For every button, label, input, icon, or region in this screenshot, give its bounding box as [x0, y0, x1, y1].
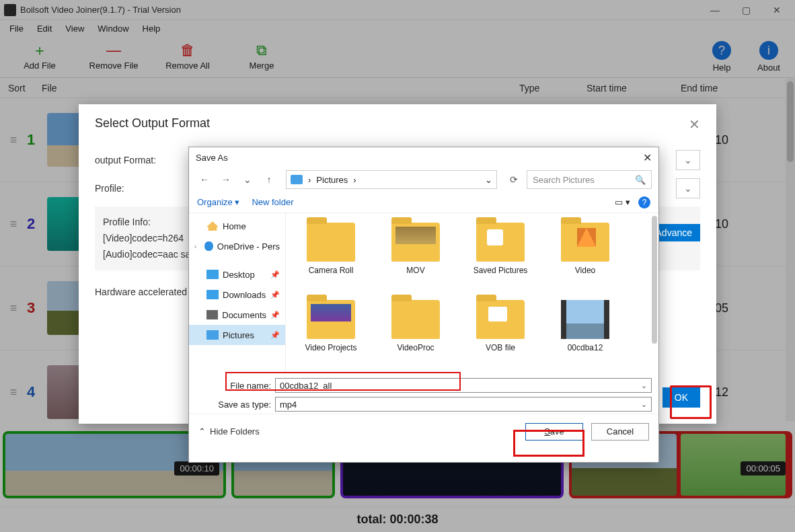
tree-home[interactable]: Home	[189, 216, 285, 236]
hide-folders-toggle[interactable]: ⌃Hide Folders	[198, 426, 260, 436]
pin-icon: 📌	[270, 270, 280, 279]
search-icon: 🔍	[635, 175, 646, 185]
tree-pictures[interactable]: Pictures📌	[189, 325, 285, 345]
folder-icon	[476, 223, 525, 262]
nav-up-button[interactable]: ↑	[260, 171, 278, 188]
folder-icon	[307, 223, 355, 262]
pin-icon: 📌	[270, 291, 280, 299]
saveas-close-button[interactable]: ✕	[643, 151, 652, 164]
saveastype-label: Save as type:	[196, 400, 275, 410]
help-icon[interactable]: ?	[638, 196, 650, 208]
home-icon	[206, 221, 219, 231]
tree-onedrive[interactable]: ›OneDrive - Pers	[189, 236, 285, 256]
nav-back-button[interactable]: ←	[196, 171, 213, 188]
view-mode-button[interactable]: ▭ ▾	[615, 197, 630, 207]
refresh-button[interactable]: ⟳	[505, 171, 523, 188]
folder-item[interactable]: Video	[543, 219, 628, 296]
pin-icon: 📌	[270, 331, 280, 340]
chevron-up-icon: ⌃	[198, 426, 206, 436]
folder-icon	[307, 300, 355, 339]
search-placeholder: Search Pictures	[533, 175, 595, 185]
files-scrollbar[interactable]	[652, 216, 657, 371]
file-item[interactable]: 00cdba12	[543, 296, 628, 373]
saveas-title: Save As	[196, 153, 228, 163]
folder-icon	[391, 223, 440, 262]
tree-documents[interactable]: Documents📌	[189, 305, 285, 325]
nav-recent-button[interactable]: ⌄	[239, 171, 256, 188]
tree-desktop[interactable]: Desktop📌	[189, 264, 285, 284]
folder-icon	[476, 300, 525, 339]
nav-forward-button[interactable]: →	[217, 171, 235, 188]
folder-icon	[561, 223, 609, 262]
dialog-close-button[interactable]: ✕	[689, 116, 700, 132]
nav-tree: Home ›OneDrive - Pers Desktop📌 Downloads…	[189, 213, 286, 373]
search-input[interactable]: Search Pictures 🔍	[527, 170, 652, 189]
folder-item[interactable]: MOV	[373, 219, 458, 296]
folder-item[interactable]: VideoProc	[373, 296, 458, 373]
folder-item[interactable]: Saved Pictures	[458, 219, 543, 296]
dialog-title: Select Output Format	[95, 116, 210, 132]
output-format-label: output Format:	[95, 155, 169, 165]
profile-dropdown[interactable]: ⌄	[676, 178, 700, 198]
folder-item[interactable]: Camera Roll	[289, 219, 373, 296]
chevron-down-icon[interactable]: ⌄	[641, 400, 647, 409]
saveastype-select[interactable]: mp4⌄	[275, 397, 652, 412]
pin-icon: 📌	[270, 311, 280, 319]
documents-icon	[206, 310, 219, 319]
save-button[interactable]: Save	[525, 423, 583, 441]
filename-input[interactable]: 00cdba12_all⌄	[275, 378, 652, 393]
filename-label: File name:	[196, 381, 275, 391]
chevron-down-icon[interactable]: ⌄	[641, 381, 647, 390]
ok-button[interactable]: OK	[662, 387, 700, 408]
video-thumb-icon	[561, 300, 609, 339]
crumb-drop[interactable]: ⌄	[485, 175, 492, 185]
organize-menu[interactable]: Organize ▾	[197, 197, 239, 207]
tree-downloads[interactable]: Downloads📌	[189, 284, 285, 305]
new-folder-button[interactable]: New folder	[252, 197, 293, 207]
folder-icon	[391, 300, 440, 339]
pictures-icon	[206, 330, 219, 340]
crumb-label: Pictures	[316, 175, 348, 185]
cancel-button[interactable]: Cancel	[591, 423, 649, 441]
downloads-icon	[206, 290, 219, 299]
profile-label: Profile:	[95, 183, 169, 194]
output-format-dropdown[interactable]: ⌄	[676, 150, 700, 170]
folder-item[interactable]: Video Projects	[289, 296, 373, 373]
folder-item[interactable]: VOB file	[458, 296, 543, 373]
desktop-icon	[206, 270, 219, 279]
save-as-dialog: Save As ✕ ← → ⌄ ↑ › Pictures › ⌄ ⟳ Searc…	[188, 147, 659, 463]
pictures-icon	[291, 175, 303, 184]
onedrive-icon	[204, 241, 213, 251]
breadcrumb[interactable]: › Pictures › ⌄	[286, 170, 497, 189]
file-browser: Camera Roll MOV Saved Pictures Video Vid…	[286, 213, 658, 373]
